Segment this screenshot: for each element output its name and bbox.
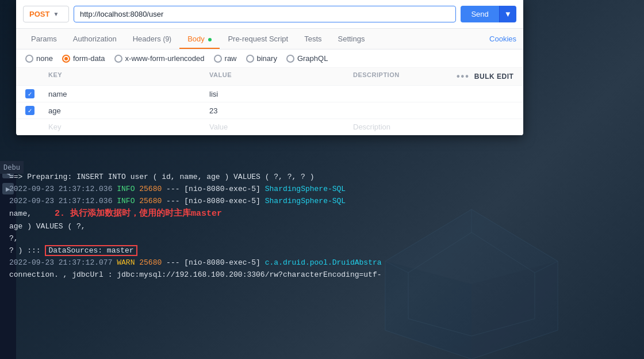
radio-binary-circle (246, 55, 254, 63)
radio-urlencoded[interactable]: x-www-form-urlencoded (114, 54, 205, 63)
terminal-timestamp-1: 2022-09-23 21:37:12.036 (9, 185, 112, 193)
radio-graphql-label: GraphQL (297, 54, 328, 63)
placeholder-description[interactable]: Description (353, 123, 457, 131)
terminal-pid-1: 25680 (139, 185, 162, 193)
table-header: KEY VALUE DESCRIPTION ••• Bulk Edit (16, 68, 523, 86)
terminal-pid-2: 25680 (139, 197, 162, 205)
radio-formdata-circle (62, 55, 70, 63)
table-row: ✓ age 23 (16, 102, 523, 119)
terminal-info-1: INFO (117, 185, 139, 193)
terminal-age-values: age ) VALUES ( ?, (9, 222, 86, 231)
th-description: DESCRIPTION (353, 71, 457, 82)
send-button-group: Send ▼ (461, 6, 516, 22)
tab-bar: Params Authorization Headers (9) Body Pr… (16, 29, 523, 49)
tab-headers[interactable]: Headers (9) (125, 29, 179, 49)
radio-raw-label: raw (225, 54, 237, 63)
th-checkbox (25, 71, 48, 82)
terminal-name: name, (9, 208, 32, 220)
tab-tests[interactable]: Tests (296, 29, 329, 49)
terminal-line-6: ?, (9, 233, 635, 245)
radio-graphql-circle (286, 55, 294, 63)
bulk-edit-btn[interactable]: Bulk Edit (474, 72, 514, 81)
tab-settings[interactable]: Settings (330, 29, 373, 49)
tab-params[interactable]: Params (23, 29, 65, 49)
terminal-line-1: ==> Preparing: INSERT INTO user ( id, na… (9, 171, 635, 184)
terminal-class-1: ShardingSphere-SQL (265, 185, 346, 193)
table-area: KEY VALUE DESCRIPTION ••• Bulk Edit ✓ na… (16, 68, 523, 135)
th-key: KEY (48, 71, 209, 82)
postman-card: POST ▼ Send ▼ Params Authorization Heade… (16, 0, 523, 135)
terminal-line-3: 2022-09-23 21:37:12.036 INFO 25680 --- [… (9, 196, 635, 208)
row1-key[interactable]: name (48, 90, 209, 98)
tab-authorization[interactable]: Authorization (65, 29, 125, 49)
terminal-line-2: 2022-09-23 21:37:12.036 INFO 25680 --- [… (9, 184, 635, 196)
radio-formdata-label: form-data (73, 54, 105, 63)
terminal-info-2: INFO (117, 197, 139, 205)
radio-raw[interactable]: raw (214, 54, 237, 63)
url-input[interactable] (74, 6, 456, 22)
terminal-warn: WARN (117, 258, 139, 267)
placeholder-row: Key Value Description (16, 119, 523, 135)
method-chevron-icon: ▼ (53, 11, 59, 17)
terminal-q1: ?, (9, 234, 18, 243)
annotation-master: 2. 执行添加数据时，使用的时主库master (55, 207, 222, 221)
terminal-datasource: DataSources: master (45, 245, 137, 256)
cookies-link[interactable]: Cookies (489, 29, 516, 49)
row2-key[interactable]: age (48, 106, 209, 115)
radio-none-label: none (36, 54, 53, 63)
body-type-bar: none form-data x-www-form-urlencoded raw… (16, 49, 523, 68)
row1-checkbox[interactable]: ✓ (25, 89, 34, 98)
terminal-area: ==> Preparing: INSERT INTO user ( id, na… (0, 167, 644, 359)
radio-none[interactable]: none (25, 54, 53, 63)
terminal-thread-3: --- [nio-8080-exec-5] (166, 258, 265, 267)
terminal-q2: ? ) ::: (9, 246, 45, 255)
radio-graphql[interactable]: GraphQL (286, 54, 328, 63)
row1-value[interactable]: lisi (209, 90, 353, 98)
terminal-line-5: age ) VALUES ( ?, (9, 221, 635, 233)
table-row: ✓ name lisi (16, 86, 523, 102)
tab-body[interactable]: Body (179, 29, 220, 49)
terminal-line-7: ? ) ::: DataSources: master (9, 245, 635, 257)
th-actions: ••• Bulk Edit (457, 71, 514, 82)
terminal-class-2: ShardingSphere-SQL (265, 197, 346, 205)
url-bar: POST ▼ Send ▼ (16, 0, 523, 29)
radio-raw-circle (214, 55, 222, 63)
radio-binary-label: binary (257, 54, 277, 63)
radio-binary[interactable]: binary (246, 54, 277, 63)
terminal-line-9: connection. , jdbcUrl : jdbc:mysql://192… (9, 269, 635, 281)
method-selector[interactable]: POST ▼ (23, 6, 69, 22)
radio-urlencoded-circle (114, 55, 122, 63)
more-options-btn[interactable]: ••• (457, 71, 470, 82)
send-main-button[interactable]: Send (461, 6, 499, 22)
terminal-pid-3: 25680 (139, 258, 162, 267)
terminal-connection: connection. , jdbcUrl : jdbc:mysql://192… (9, 270, 382, 279)
terminal-thread-1: --- [nio-8080-exec-5] (166, 185, 265, 193)
terminal-class-3: c.a.druid.pool.DruidAbstra (265, 258, 382, 267)
terminal-text: ==> Preparing: INSERT INTO user ( id, na… (9, 173, 315, 181)
placeholder-value[interactable]: Value (209, 123, 353, 131)
row2-value[interactable]: 23 (209, 106, 353, 115)
headers-badge: (9) (163, 35, 171, 43)
terminal-line-8: 2022-09-23 21:37:12.077 WARN 25680 --- [… (9, 257, 635, 269)
send-dropdown-button[interactable]: ▼ (499, 6, 516, 22)
row2-checkbox[interactable]: ✓ (25, 106, 34, 115)
th-value: VALUE (209, 71, 353, 82)
terminal-line-4: name, 2. 执行添加数据时，使用的时主库master (9, 207, 635, 221)
body-dot-indicator (208, 38, 212, 41)
terminal-timestamp-3: 2022-09-23 21:37:12.077 (9, 258, 112, 267)
radio-none-circle (25, 55, 33, 63)
radio-urlencoded-label: x-www-form-urlencoded (125, 54, 205, 63)
terminal-thread-2: --- [nio-8080-exec-5] (166, 197, 265, 205)
method-label: POST (29, 10, 49, 18)
tab-prerequest[interactable]: Pre-request Script (220, 29, 296, 49)
radio-formdata[interactable]: form-data (62, 54, 105, 63)
placeholder-key[interactable]: Key (48, 123, 209, 131)
terminal-timestamp-2: 2022-09-23 21:37:12.036 (9, 197, 112, 205)
